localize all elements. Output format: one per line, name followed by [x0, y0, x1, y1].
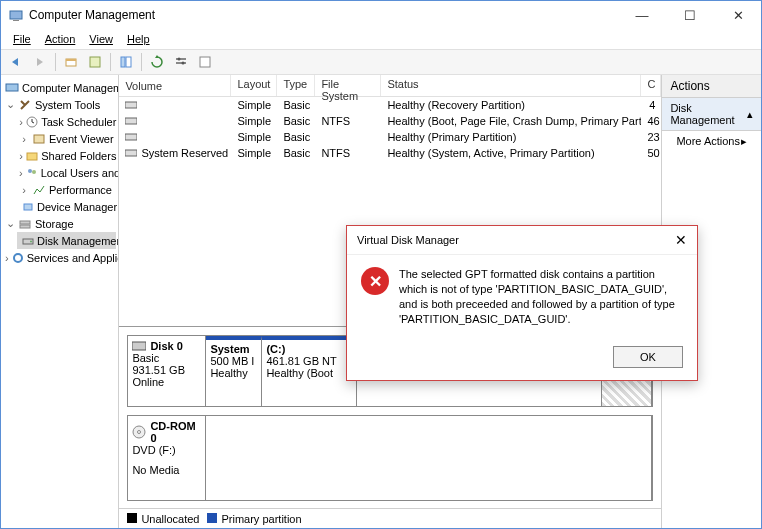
dialog-title: Virtual Disk Manager	[357, 234, 459, 246]
nav-tree[interactable]: Computer Management (Local ⌄ System Tool…	[1, 75, 119, 528]
svg-rect-27	[125, 150, 137, 156]
legend-primary-swatch	[207, 513, 217, 523]
svg-point-10	[182, 62, 185, 65]
menu-view[interactable]: View	[83, 31, 119, 47]
disk-0-info[interactable]: Disk 0 Basic 931.51 GB Online	[128, 336, 206, 406]
tree-root[interactable]: Computer Management (Local	[3, 79, 116, 96]
dialog-close-button[interactable]: ✕	[675, 232, 687, 248]
svg-rect-4	[90, 57, 100, 67]
svg-point-30	[138, 431, 141, 434]
up-button[interactable]	[60, 52, 82, 72]
collapse-icon[interactable]: ⌄	[5, 98, 15, 111]
col-status[interactable]: Status	[381, 75, 641, 96]
drive-icon	[125, 116, 137, 126]
svg-rect-14	[34, 135, 44, 143]
svg-point-16	[28, 169, 32, 173]
services-icon	[12, 251, 24, 265]
svg-rect-26	[125, 134, 137, 140]
forward-button[interactable]	[29, 52, 51, 72]
list-item[interactable]: System Reserved Simple Basic NTFS Health…	[119, 145, 661, 161]
list-item[interactable]: Simple Basic Healthy (Primary Partition)…	[119, 129, 661, 145]
titlebar[interactable]: Computer Management — ☐ ✕	[1, 1, 761, 29]
disk-icon	[22, 234, 34, 248]
menu-file[interactable]: File	[7, 31, 37, 47]
properties-button[interactable]	[84, 52, 106, 72]
tree-services[interactable]: › Services and Applications	[3, 249, 116, 266]
cdrom-info[interactable]: CD-ROM 0 DVD (F:) No Media	[128, 416, 206, 500]
error-icon: ✕	[361, 267, 389, 295]
tree-local-users[interactable]: ›Local Users and Groups	[17, 164, 116, 181]
close-button[interactable]: ✕	[723, 8, 753, 23]
error-dialog: Virtual Disk Manager ✕ ✕ The selected GP…	[346, 225, 698, 381]
toolbar	[1, 49, 761, 75]
computer-icon	[5, 81, 19, 95]
help-button[interactable]	[194, 52, 216, 72]
tree-shared-folders[interactable]: ›Shared Folders	[17, 147, 116, 164]
col-volume[interactable]: Volume	[119, 75, 231, 96]
svg-rect-20	[20, 225, 30, 228]
legend: Unallocated Primary partition	[119, 508, 661, 528]
tree-event-viewer[interactable]: ›Event Viewer	[17, 130, 116, 147]
actions-header: Actions	[662, 75, 761, 98]
col-layout[interactable]: Layout	[231, 75, 277, 96]
drive-icon	[125, 148, 137, 158]
svg-point-17	[32, 170, 36, 174]
actions-context[interactable]: Disk Management ▴	[662, 98, 761, 131]
col-filesystem[interactable]: File System	[315, 75, 381, 96]
collapse-icon[interactable]: ⌄	[5, 217, 15, 230]
svg-rect-15	[27, 153, 37, 160]
refresh-button[interactable]	[146, 52, 168, 72]
svg-rect-6	[126, 57, 131, 67]
device-icon	[22, 200, 34, 214]
cd-icon	[132, 425, 146, 439]
arrow-up-icon[interactable]: ▴	[747, 108, 753, 121]
back-button[interactable]	[5, 52, 27, 72]
event-icon	[32, 132, 46, 146]
storage-icon	[18, 217, 32, 231]
window-title: Computer Management	[29, 8, 627, 22]
tree-device-manager[interactable]: Device Manager	[17, 198, 116, 215]
list-item[interactable]: Simple Basic NTFS Healthy (Boot, Page Fi…	[119, 113, 661, 129]
show-hide-button[interactable]	[115, 52, 137, 72]
svg-rect-0	[10, 11, 22, 19]
svg-rect-18	[24, 204, 32, 210]
svg-rect-11	[200, 57, 210, 67]
drive-icon	[125, 132, 137, 142]
ok-button[interactable]: OK	[613, 346, 683, 368]
partition-c[interactable]: (C:) 461.81 GB NT Healthy (Boot	[262, 336, 357, 406]
cdrom-partition[interactable]	[206, 416, 652, 500]
app-icon	[9, 8, 23, 22]
volume-list[interactable]: Simple Basic Healthy (Recovery Partition…	[119, 97, 661, 161]
legend-unallocated-swatch	[127, 513, 137, 523]
disk-row-cdrom[interactable]: CD-ROM 0 DVD (F:) No Media	[127, 415, 653, 501]
tree-performance[interactable]: ›Performance	[17, 181, 116, 198]
volume-list-header[interactable]: Volume Layout Type File System Status C	[119, 75, 661, 97]
col-capacity[interactable]: C	[641, 75, 661, 96]
tree-system-tools[interactable]: ⌄ System Tools	[3, 96, 116, 113]
tree-task-scheduler[interactable]: ›Task Scheduler	[17, 113, 116, 130]
maximize-button[interactable]: ☐	[675, 8, 705, 23]
svg-point-23	[14, 254, 22, 262]
svg-rect-1	[13, 20, 19, 21]
svg-rect-25	[125, 118, 137, 124]
svg-rect-19	[20, 221, 30, 224]
menu-help[interactable]: Help	[121, 31, 156, 47]
col-type[interactable]: Type	[277, 75, 315, 96]
dialog-message: The selected GPT formatted disk contains…	[399, 267, 683, 326]
menu-action[interactable]: Action	[39, 31, 82, 47]
users-icon	[26, 166, 38, 180]
list-item[interactable]: Simple Basic Healthy (Recovery Partition…	[119, 97, 661, 113]
partition-system[interactable]: System 500 MB I Healthy	[206, 336, 262, 406]
svg-point-22	[30, 240, 32, 242]
tree-storage[interactable]: ⌄ Storage	[3, 215, 116, 232]
settings-button[interactable]	[170, 52, 192, 72]
drive-icon	[125, 100, 137, 110]
minimize-button[interactable]: —	[627, 8, 657, 23]
svg-rect-28	[132, 342, 146, 350]
actions-more[interactable]: More Actions ▸	[662, 131, 761, 152]
tree-disk-management[interactable]: Disk Management	[17, 232, 116, 249]
svg-rect-12	[6, 84, 18, 91]
folder-icon	[26, 149, 38, 163]
chevron-right-icon: ▸	[741, 135, 747, 148]
svg-point-9	[178, 58, 181, 61]
